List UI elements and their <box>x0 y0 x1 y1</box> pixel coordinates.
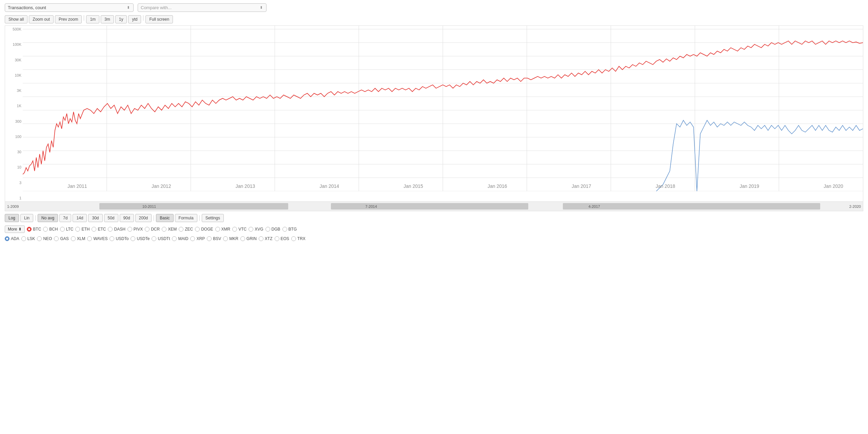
prev-zoom-button[interactable]: Prev zoom <box>55 15 82 23</box>
more-button[interactable]: More ⬍ <box>5 225 25 233</box>
1y-button[interactable]: 1y <box>115 15 127 23</box>
compare-placeholder: Compare with... <box>141 5 172 10</box>
50d-button[interactable]: 50d <box>104 214 118 222</box>
vtc-radio <box>232 227 237 232</box>
y-label-30k: 30K <box>5 58 21 62</box>
3m-button[interactable]: 3m <box>101 15 114 23</box>
compare-selector[interactable]: Compare with... ⬍ <box>138 3 267 12</box>
bsv-radio <box>207 236 212 241</box>
svg-text:Jan 2019: Jan 2019 <box>740 183 760 189</box>
xrp-label: XRP <box>196 236 205 241</box>
mkr-label: MKR <box>229 236 238 241</box>
show-all-button[interactable]: Show all <box>5 15 27 23</box>
xtz-radio <box>259 236 263 241</box>
zoom-controls: Show all Zoom out Prev zoom 1m 3m 1y ytd… <box>0 14 868 25</box>
fullscreen-button[interactable]: Full screen <box>145 15 173 23</box>
1m-button[interactable]: 1m <box>86 15 99 23</box>
metric-label: Transactions, count <box>8 5 46 10</box>
90d-button[interactable]: 90d <box>120 214 134 222</box>
coin-neo[interactable]: NEO <box>37 236 52 241</box>
coin-xrp[interactable]: XRP <box>190 236 205 241</box>
range-bar[interactable]: 1-2009 10-2011 7-2014 4-2017 2-2020 <box>5 202 863 211</box>
svg-text:Jan 2012: Jan 2012 <box>152 183 171 189</box>
coin-gas[interactable]: GAS <box>54 236 68 241</box>
neo-label: NEO <box>43 236 52 241</box>
log-button[interactable]: Log <box>5 214 19 222</box>
xtz-label: XTZ <box>265 236 273 241</box>
14d-button[interactable]: 14d <box>73 214 87 222</box>
coin-btg[interactable]: BTG <box>282 227 297 232</box>
ytd-button[interactable]: ytd <box>128 15 141 23</box>
dcr-label: DCR <box>151 227 160 232</box>
coin-xlm[interactable]: XLM <box>71 236 85 241</box>
coin-xtz[interactable]: XTZ <box>259 236 273 241</box>
coin-usdto[interactable]: USDTo <box>110 236 129 241</box>
coin-vtc[interactable]: VTC <box>232 227 246 232</box>
metric-selector[interactable]: Transactions, count ⬍ <box>5 3 134 12</box>
coin-lsk[interactable]: LSK <box>21 236 35 241</box>
coin-usdtt[interactable]: USDTt <box>152 236 170 241</box>
coin-bsv[interactable]: BSV <box>207 236 221 241</box>
coin-pivx[interactable]: PIVX <box>127 227 143 232</box>
30d-button[interactable]: 30d <box>88 214 102 222</box>
svg-text:Jan 2017: Jan 2017 <box>572 183 591 189</box>
gas-label: GAS <box>60 236 68 241</box>
doge-label: DOGE <box>201 227 213 232</box>
coin-grin[interactable]: GRIN <box>240 236 257 241</box>
btc-dot <box>28 228 30 230</box>
waves-label: WAVES <box>93 236 107 241</box>
settings-button[interactable]: Settings <box>202 214 224 222</box>
coin-bch[interactable]: BCH <box>43 227 58 232</box>
y-label-3k: 3K <box>5 88 21 93</box>
coin-dash[interactable]: DASH <box>108 227 125 232</box>
coin-xvg[interactable]: XVG <box>249 227 263 232</box>
range-segment-3 <box>331 203 528 210</box>
coin-dcr[interactable]: DCR <box>145 227 160 232</box>
y-axis: 500K 100K 30K 10K 3K 1K 300 100 30 10 3 … <box>5 26 23 201</box>
dgb-radio <box>265 227 270 232</box>
coin-xem[interactable]: XEM <box>162 227 177 232</box>
coin-eos[interactable]: EOS <box>275 236 289 241</box>
no-avg-button[interactable]: No avg <box>38 214 58 222</box>
svg-text:Jan 2013: Jan 2013 <box>236 183 255 189</box>
coin-mkr[interactable]: MKR <box>223 236 238 241</box>
xvg-radio <box>249 227 253 232</box>
ltc-radio <box>60 227 65 232</box>
coin-waves[interactable]: WAVES <box>87 236 107 241</box>
200d-button[interactable]: 200d <box>135 214 152 222</box>
coin-zec[interactable]: ZEC <box>179 227 193 232</box>
range-label-2: 10-2011 <box>142 204 156 209</box>
svg-text:Jan 2018: Jan 2018 <box>656 183 675 189</box>
zec-label: ZEC <box>185 227 193 232</box>
lin-button[interactable]: Lin <box>20 214 33 222</box>
trx-label: TRX <box>297 236 305 241</box>
range-segment-4 <box>563 203 820 210</box>
coin-xmr[interactable]: XMR <box>215 227 231 232</box>
eth-label: ETH <box>81 227 90 232</box>
y-label-100k: 100K <box>5 42 21 46</box>
range-label-3: 7-2014 <box>366 204 377 209</box>
formula-button[interactable]: Formula <box>175 214 197 222</box>
coin-dgb[interactable]: DGB <box>265 227 280 232</box>
bottom-controls: Log Lin No avg 7d 14d 30d 50d 90d 200d B… <box>0 211 868 223</box>
basic-button[interactable]: Basic <box>156 214 173 222</box>
svg-text:Jan 2020: Jan 2020 <box>824 183 843 189</box>
coin-doge[interactable]: DOGE <box>195 227 213 232</box>
bsv-label: BSV <box>213 236 221 241</box>
coin-ada[interactable]: ADA <box>5 236 19 241</box>
coin-etc[interactable]: ETC <box>92 227 106 232</box>
dcr-radio <box>145 227 150 232</box>
zoom-out-button[interactable]: Zoom out <box>29 15 54 23</box>
coin-usdte[interactable]: USDTe <box>131 236 150 241</box>
coin-trx[interactable]: TRX <box>291 236 305 241</box>
coin-eth[interactable]: ETH <box>75 227 90 232</box>
7d-button[interactable]: 7d <box>59 214 71 222</box>
y-label-10k: 10K <box>5 73 21 77</box>
xrp-radio <box>190 236 195 241</box>
y-label-1k: 1K <box>5 104 21 108</box>
y-label-500k: 500K <box>5 27 21 31</box>
eos-radio <box>275 236 279 241</box>
coin-ltc[interactable]: LTC <box>60 227 74 232</box>
coin-maid[interactable]: MAID <box>172 236 188 241</box>
coin-btc[interactable]: BTC <box>27 227 41 232</box>
